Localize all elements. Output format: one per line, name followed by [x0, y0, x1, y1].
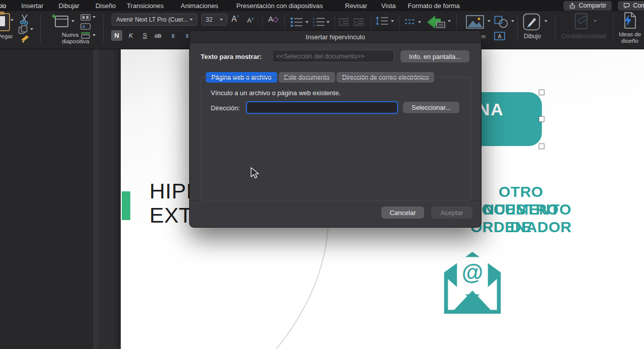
paste-clipboard-icon[interactable]	[0, 13, 10, 31]
copy-icon[interactable]	[18, 25, 28, 34]
font-size-select[interactable]: 32	[201, 14, 227, 26]
draw-icon[interactable]	[522, 13, 541, 31]
share-icon	[569, 3, 576, 9]
format-painter-icon[interactable]	[20, 34, 30, 43]
bullet-list-chevron-icon[interactable]	[305, 21, 308, 23]
paste-label: Pegar	[0, 33, 17, 40]
menu-animaciones[interactable]: Animaciones	[181, 2, 218, 10]
divider	[103, 14, 104, 42]
menu-presentacion[interactable]: Presentación con diapositivas	[236, 2, 323, 10]
clear-formatting-button[interactable]: A	[268, 15, 278, 23]
new-slide-chevron-icon[interactable]	[71, 20, 74, 22]
menu-vista[interactable]: Vista	[381, 2, 396, 10]
confidentiality-chevron-icon	[594, 20, 597, 22]
new-slide-label-line1: Nueva	[62, 32, 78, 38]
columns-icon[interactable]	[405, 19, 415, 25]
bold-button[interactable]: N	[111, 30, 122, 41]
panel-scrollbar[interactable]	[93, 49, 98, 349]
envelope-at-icon[interactable]: @	[440, 246, 505, 317]
increase-indent-icon[interactable]	[353, 18, 364, 26]
shrink-font-button[interactable]: Av	[247, 16, 254, 24]
slide-body-line2: NUESTRO ORDENADOR	[470, 200, 572, 236]
design-ideas-icon[interactable]	[622, 12, 637, 29]
comments-label: Comentarios	[633, 2, 644, 9]
italic-button[interactable]: K	[125, 30, 136, 41]
menu-inicio[interactable]: Inicio	[0, 2, 6, 10]
cancel-button[interactable]: Cancelar	[381, 206, 424, 219]
copy-chevron-icon[interactable]	[30, 28, 33, 30]
insert-shapes-icon[interactable]	[494, 16, 508, 28]
link-description-text: Vínculo a un archivo o página web existe…	[211, 89, 341, 97]
font-name-value: Avenir Next LT Pro (Cuer...	[116, 16, 188, 23]
line-spacing-icon[interactable]	[375, 16, 388, 26]
menu-insertar[interactable]: Insertar	[21, 2, 43, 10]
new-slide-icon[interactable]	[52, 14, 69, 28]
svg-text:2: 2	[313, 21, 315, 24]
slide-layout-chevron-icon[interactable]	[93, 16, 96, 18]
slide-green-accent-bar[interactable]	[122, 191, 130, 220]
accept-button-disabled[interactable]: Aceptar	[431, 206, 472, 219]
menu-diseno[interactable]: Diseño	[96, 2, 116, 10]
paste-chevron-icon[interactable]	[11, 19, 14, 21]
subscript-exp: 2	[186, 33, 188, 38]
design-ideas-label[interactable]: Ideas de diseño	[615, 31, 644, 44]
insert-shapes-chevron-icon[interactable]	[511, 20, 514, 22]
mouse-cursor	[250, 167, 260, 179]
new-slide-label-line2: diapositiva	[62, 38, 89, 45]
underline-button[interactable]: S	[139, 30, 150, 41]
insert-picture-chevron-icon[interactable]	[488, 20, 491, 22]
smartart-icon[interactable]	[427, 15, 446, 29]
menu-dibujar[interactable]: Dibujar	[58, 2, 79, 10]
decrease-indent-icon[interactable]	[338, 18, 349, 26]
cut-scissors-icon[interactable]	[20, 14, 30, 25]
reset-slide-icon[interactable]	[80, 23, 91, 30]
address-label: Dirección:	[211, 104, 240, 112]
columns-chevron-icon[interactable]	[418, 21, 421, 23]
numbered-list-icon[interactable]: 123	[313, 17, 325, 27]
comments-button[interactable]: Comentarios	[618, 1, 644, 11]
powerpoint-window: Inicio Insertar Dibujar Diseño Transicio…	[0, 0, 644, 349]
font-name-select[interactable]: Avenir Next LT Pro (Cuer...	[112, 14, 197, 26]
text-box-icon[interactable]: A	[494, 32, 505, 40]
share-button[interactable]: Compartir	[564, 1, 612, 11]
grow-font-button[interactable]: A^	[231, 15, 239, 24]
svg-text:@: @	[462, 260, 483, 285]
bullet-list-icon[interactable]	[291, 17, 303, 27]
menu-revisar[interactable]: Revisar	[345, 2, 367, 10]
select-button[interactable]: Seleccionar...	[403, 102, 459, 113]
display-text-input[interactable]	[272, 50, 394, 62]
superscript-button[interactable]: x2	[168, 30, 179, 41]
numbered-list-chevron-icon[interactable]	[327, 21, 330, 23]
selection-handle-top-right[interactable]	[539, 90, 544, 95]
confidentiality-icon	[573, 13, 590, 30]
font-name-chevron-icon	[190, 19, 193, 21]
smartart-chevron-icon[interactable]	[448, 20, 451, 22]
dialog-title: Insertar hipervínculo	[306, 33, 365, 41]
menu-bar: Inicio Insertar Dibujar Diseño Transicio…	[0, 0, 644, 11]
display-text-label: Texto para mostrar:	[201, 53, 262, 60]
new-slide-label: Nueva diapositiva	[44, 32, 79, 38]
slide-thumbnail-panel	[0, 49, 93, 349]
line-spacing-chevron-icon[interactable]	[391, 20, 394, 22]
dialog-footer-divider	[190, 201, 481, 202]
selection-handle-middle-right[interactable]	[539, 116, 544, 122]
menu-transiciones[interactable]: Transiciones	[127, 2, 164, 10]
selection-handle-bottom-right[interactable]	[539, 144, 544, 149]
dialog-title-bar[interactable]: Insertar hipervínculo	[190, 31, 481, 43]
section-chevron-icon[interactable]	[93, 34, 96, 36]
divider	[613, 14, 613, 42]
font-size-chevron-icon	[220, 19, 223, 21]
strikethrough-button[interactable]: ab	[152, 30, 164, 41]
menu-formato-forma[interactable]: Formato de forma	[408, 2, 460, 10]
svg-text:1: 1	[313, 17, 315, 20]
address-input[interactable]	[246, 101, 398, 114]
menubar-right: Compartir Comentarios	[564, 1, 644, 11]
share-label: Compartir	[579, 2, 606, 9]
screentip-button[interactable]: Info. en pantalla...	[400, 50, 469, 62]
draw-label: Dibujo	[517, 33, 547, 40]
slide-layout-icon[interactable]	[80, 14, 91, 21]
draw-chevron-icon[interactable]	[544, 20, 547, 22]
confidentiality-label: Confidencialidad	[555, 33, 612, 40]
insert-picture-icon[interactable]	[466, 15, 484, 29]
superscript-exp: 2	[172, 33, 174, 38]
